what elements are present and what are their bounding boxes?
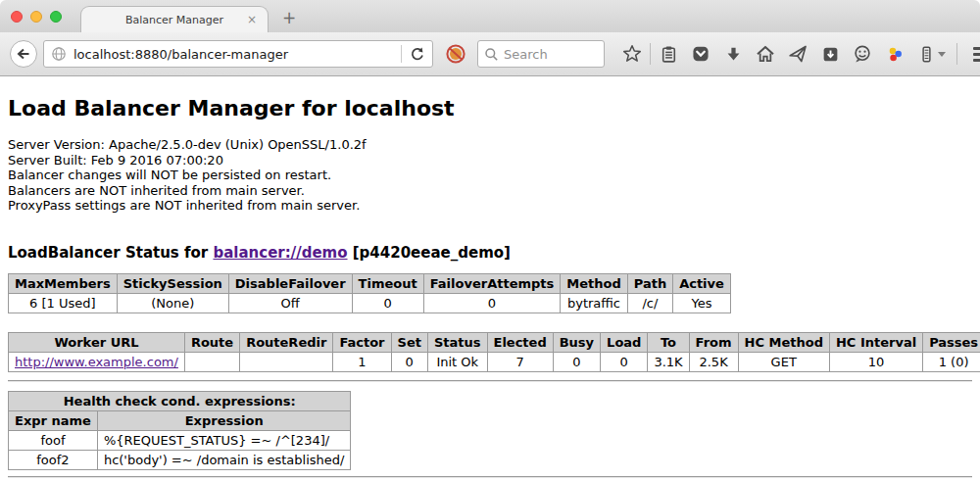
status-heading: LoadBalancer Status for balancer://demo … <box>8 244 972 262</box>
reload-button[interactable] <box>409 46 425 63</box>
table-cell: 0 <box>391 352 427 371</box>
column-header: StickySession <box>117 273 228 293</box>
home-button[interactable] <box>752 40 779 68</box>
globe-icon <box>51 46 67 62</box>
hamburger-icon <box>973 59 980 62</box>
back-arrow-icon <box>15 45 32 63</box>
column-header: Route <box>184 332 239 352</box>
back-button[interactable] <box>10 40 37 68</box>
download-manager-button[interactable] <box>816 40 844 68</box>
column-header: Passes <box>923 332 980 352</box>
browser-window: Balancer Manager × + localhost:8880/bala… <box>0 0 980 481</box>
pocket-icon <box>691 44 710 64</box>
column-header: Active <box>673 273 731 293</box>
tab-close-icon[interactable]: × <box>247 13 257 26</box>
server-built-line: Server Built: Feb 9 2016 07:00:20 <box>8 153 972 168</box>
worker-table: Worker URL Route RouteRedir Factor Set S… <box>8 332 980 372</box>
table-cell: (None) <box>117 293 228 313</box>
worker-url-link[interactable]: http://www.example.com/ <box>15 355 178 369</box>
chevron-down-icon[interactable] <box>938 52 946 57</box>
pocket-button[interactable] <box>687 40 714 68</box>
chat-extension-button[interactable] <box>849 40 876 68</box>
balancer-demo-link[interactable]: balancer://demo <box>213 244 347 262</box>
column-header: Set <box>391 332 427 352</box>
horizontal-rule <box>8 380 972 382</box>
downloads-button[interactable] <box>719 40 747 68</box>
table-title-row: Health check cond. expressions: <box>9 391 351 410</box>
table-cell: 10 <box>829 352 922 371</box>
table-row: 6 [1 Used] (None) Off 0 0 bytraffic /c/ … <box>9 293 731 313</box>
close-window-button[interactable] <box>11 11 23 23</box>
column-header: FailoverAttempts <box>423 273 561 293</box>
table-cell: 2.5K <box>689 352 738 371</box>
search-bar[interactable] <box>477 40 605 68</box>
table-cell: GET <box>738 352 829 371</box>
table-cell: 0 <box>601 352 648 371</box>
send-tab-button[interactable] <box>784 40 811 68</box>
color-dots-icon <box>886 45 905 64</box>
plugin-blocked-icon <box>445 43 466 65</box>
search-input[interactable] <box>504 47 592 62</box>
window-controls <box>11 11 62 23</box>
toolbar-separator <box>956 43 957 65</box>
expr-name-cell: foof <box>9 430 98 450</box>
column-header: HC Interval <box>829 332 922 352</box>
tab-bar: Balancer Manager × + <box>0 0 980 32</box>
table-cell: 0 <box>553 352 600 371</box>
table-row: foof %{REQUEST_STATUS} =~ /^[234]/ <box>9 430 351 450</box>
table-cell: 1 <box>333 352 391 371</box>
column-header: Path <box>627 273 672 293</box>
column-header: Elected <box>487 332 553 352</box>
table-cell: 7 <box>487 352 553 371</box>
column-header: RouteRedir <box>240 332 333 352</box>
expr-name-cell: foof2 <box>9 450 98 469</box>
browser-tab[interactable]: Balancer Manager × <box>80 6 269 32</box>
table-cell: 6 [1 Used] <box>9 293 118 313</box>
column-header: Load <box>601 332 648 352</box>
menu-button[interactable] <box>967 40 980 68</box>
battery-extension-button[interactable] <box>913 40 949 68</box>
column-header: Worker URL <box>9 332 185 352</box>
expression-cell: %{REQUEST_STATUS} =~ /^[234]/ <box>97 430 351 450</box>
clipboard-icon <box>660 45 678 64</box>
table-header-row: Worker URL Route RouteRedir Factor Set S… <box>9 332 980 352</box>
server-version-line: Server Version: Apache/2.5.0-dev (Unix) … <box>8 137 972 153</box>
column-header: MaxMembers <box>9 273 118 293</box>
zoom-window-button[interactable] <box>50 11 62 23</box>
column-header: Status <box>427 332 487 352</box>
url-bar[interactable]: localhost:8880/balancer-manager <box>43 40 433 68</box>
search-icon <box>484 47 499 62</box>
reload-icon <box>409 46 425 63</box>
toolbar-separator <box>650 43 651 65</box>
color-dots-extension-button[interactable] <box>881 40 908 68</box>
column-header: HC Method <box>738 332 829 352</box>
reading-list-button[interactable] <box>655 40 682 68</box>
column-header: From <box>689 332 738 352</box>
table-cell: bytraffic <box>561 293 627 313</box>
plugin-blocked-button[interactable] <box>442 40 469 68</box>
table-cell: Yes <box>673 293 731 313</box>
balancer-params-table: MaxMembers StickySession DisableFailover… <box>8 273 731 313</box>
status-heading-prefix: LoadBalancer Status for <box>8 244 213 262</box>
bookmark-star-button[interactable] <box>618 40 646 68</box>
proxypass-notice-line: ProxyPass settings are NOT inherited fro… <box>8 198 972 214</box>
inherit-notice-line: Balancers are NOT inherited from main se… <box>8 183 972 199</box>
persist-notice-line: Balancer changes will NOT be persisted o… <box>8 168 972 183</box>
page-title: Load Balancer Manager for localhost <box>8 96 972 120</box>
url-text[interactable]: localhost:8880/balancer-manager <box>74 47 394 62</box>
new-tab-button[interactable]: + <box>282 8 296 27</box>
horizontal-rule <box>8 476 972 478</box>
download-arrow-icon <box>724 45 743 64</box>
smiley-chat-icon <box>853 44 872 64</box>
table-cell: /c/ <box>627 293 672 313</box>
expression-cell: hc('body') =~ /domain is established/ <box>97 450 351 469</box>
star-icon <box>622 44 642 64</box>
table-cell: Init Ok <box>427 352 487 371</box>
table-header-row: Expr name Expression <box>9 410 351 430</box>
column-header: Expression <box>97 410 351 430</box>
table-cell: http://www.example.com/ <box>9 352 185 371</box>
column-header: Expr name <box>9 410 98 430</box>
table-cell: 0 <box>352 293 423 313</box>
minimize-window-button[interactable] <box>30 11 42 23</box>
table-cell <box>184 352 239 371</box>
